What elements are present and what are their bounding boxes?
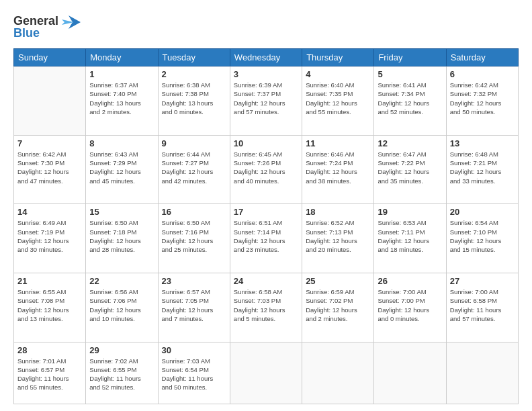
day-number: 23 <box>162 276 226 286</box>
weekday-friday: Friday <box>374 49 446 66</box>
calendar-cell: 27Sunrise: 7:00 AM Sunset: 6:58 PM Dayli… <box>446 273 518 342</box>
day-info: Sunrise: 6:42 AM Sunset: 7:30 PM Dayligh… <box>17 150 82 185</box>
day-info: Sunrise: 6:52 AM Sunset: 7:13 PM Dayligh… <box>306 218 370 254</box>
day-info: Sunrise: 6:43 AM Sunset: 7:29 PM Dayligh… <box>89 150 154 185</box>
day-info: Sunrise: 7:00 AM Sunset: 7:00 PM Dayligh… <box>378 287 442 323</box>
day-number: 29 <box>89 345 154 355</box>
weekday-header-row: SundayMondayTuesdayWednesdayThursdayFrid… <box>14 49 519 66</box>
day-info: Sunrise: 6:50 AM Sunset: 7:16 PM Dayligh… <box>162 218 226 254</box>
calendar-cell: 3Sunrise: 6:39 AM Sunset: 7:37 PM Daylig… <box>230 66 302 136</box>
day-number: 3 <box>234 69 298 79</box>
logo-text: General Blue <box>13 10 87 43</box>
day-info: Sunrise: 6:40 AM Sunset: 7:35 PM Dayligh… <box>306 81 370 116</box>
calendar-cell: 2Sunrise: 6:38 AM Sunset: 7:38 PM Daylig… <box>158 66 230 136</box>
day-number: 28 <box>17 345 82 355</box>
day-number: 2 <box>162 69 226 79</box>
day-info: Sunrise: 6:41 AM Sunset: 7:34 PM Dayligh… <box>378 81 442 116</box>
day-info: Sunrise: 6:48 AM Sunset: 7:21 PM Dayligh… <box>450 150 515 185</box>
calendar-cell: 25Sunrise: 6:59 AM Sunset: 7:02 PM Dayli… <box>302 273 374 342</box>
day-info: Sunrise: 6:59 AM Sunset: 7:02 PM Dayligh… <box>306 287 370 323</box>
page: General Blue SundayMondayTuesdayWednesda… <box>0 0 532 411</box>
day-number: 6 <box>450 69 515 79</box>
day-number: 15 <box>89 207 154 217</box>
weekday-saturday: Saturday <box>446 49 518 66</box>
day-number: 4 <box>306 69 370 79</box>
day-info: Sunrise: 7:02 AM Sunset: 6:55 PM Dayligh… <box>89 357 154 392</box>
day-number: 18 <box>306 207 370 217</box>
calendar-cell: 28Sunrise: 7:01 AM Sunset: 6:57 PM Dayli… <box>14 342 86 404</box>
calendar-cell: 26Sunrise: 7:00 AM Sunset: 7:00 PM Dayli… <box>374 273 446 342</box>
calendar-cell: 9Sunrise: 6:44 AM Sunset: 7:27 PM Daylig… <box>158 135 230 204</box>
day-info: Sunrise: 6:56 AM Sunset: 7:06 PM Dayligh… <box>89 287 154 323</box>
day-info: Sunrise: 7:01 AM Sunset: 6:57 PM Dayligh… <box>17 357 82 392</box>
day-number: 10 <box>234 138 298 148</box>
day-info: Sunrise: 6:37 AM Sunset: 7:40 PM Dayligh… <box>89 81 154 116</box>
calendar-cell: 22Sunrise: 6:56 AM Sunset: 7:06 PM Dayli… <box>86 273 158 342</box>
day-number: 13 <box>450 138 515 148</box>
calendar-cell: 5Sunrise: 6:41 AM Sunset: 7:34 PM Daylig… <box>374 66 446 136</box>
weekday-sunday: Sunday <box>14 49 86 66</box>
calendar-cell <box>14 66 86 136</box>
logo: General Blue <box>13 10 87 43</box>
calendar-cell: 24Sunrise: 6:58 AM Sunset: 7:03 PM Dayli… <box>230 273 302 342</box>
day-info: Sunrise: 6:39 AM Sunset: 7:37 PM Dayligh… <box>234 81 298 116</box>
calendar-cell: 17Sunrise: 6:51 AM Sunset: 7:14 PM Dayli… <box>230 204 302 273</box>
day-number: 5 <box>378 69 442 79</box>
week-row-4: 21Sunrise: 6:55 AM Sunset: 7:08 PM Dayli… <box>14 273 519 342</box>
header: General Blue <box>13 10 519 43</box>
day-info: Sunrise: 6:55 AM Sunset: 7:08 PM Dayligh… <box>17 287 82 323</box>
day-number: 9 <box>162 138 226 148</box>
day-info: Sunrise: 6:49 AM Sunset: 7:19 PM Dayligh… <box>17 218 82 254</box>
calendar-cell: 20Sunrise: 6:54 AM Sunset: 7:10 PM Dayli… <box>446 204 518 273</box>
calendar-cell: 11Sunrise: 6:46 AM Sunset: 7:24 PM Dayli… <box>302 135 374 204</box>
calendar-cell <box>374 342 446 404</box>
day-info: Sunrise: 6:38 AM Sunset: 7:38 PM Dayligh… <box>162 81 226 116</box>
calendar-cell: 8Sunrise: 6:43 AM Sunset: 7:29 PM Daylig… <box>86 135 158 204</box>
day-number: 11 <box>306 138 370 148</box>
week-row-2: 7Sunrise: 6:42 AM Sunset: 7:30 PM Daylig… <box>14 135 519 204</box>
weekday-wednesday: Wednesday <box>230 49 302 66</box>
day-number: 16 <box>162 207 226 217</box>
day-info: Sunrise: 6:54 AM Sunset: 7:10 PM Dayligh… <box>450 218 515 254</box>
calendar-cell: 16Sunrise: 6:50 AM Sunset: 7:16 PM Dayli… <box>158 204 230 273</box>
calendar-cell: 19Sunrise: 6:53 AM Sunset: 7:11 PM Dayli… <box>374 204 446 273</box>
weekday-monday: Monday <box>86 49 158 66</box>
day-number: 30 <box>162 345 226 355</box>
calendar-cell: 29Sunrise: 7:02 AM Sunset: 6:55 PM Dayli… <box>86 342 158 404</box>
calendar-cell: 4Sunrise: 6:40 AM Sunset: 7:35 PM Daylig… <box>302 66 374 136</box>
day-number: 26 <box>378 276 442 286</box>
weekday-tuesday: Tuesday <box>158 49 230 66</box>
day-info: Sunrise: 6:45 AM Sunset: 7:26 PM Dayligh… <box>234 150 298 185</box>
day-number: 27 <box>450 276 515 286</box>
day-info: Sunrise: 6:58 AM Sunset: 7:03 PM Dayligh… <box>234 287 298 323</box>
svg-text:General: General <box>13 14 58 28</box>
day-info: Sunrise: 6:51 AM Sunset: 7:14 PM Dayligh… <box>234 218 298 254</box>
calendar-cell: 21Sunrise: 6:55 AM Sunset: 7:08 PM Dayli… <box>14 273 86 342</box>
day-info: Sunrise: 6:46 AM Sunset: 7:24 PM Dayligh… <box>306 150 370 185</box>
day-number: 8 <box>89 138 154 148</box>
calendar-cell <box>446 342 518 404</box>
day-number: 12 <box>378 138 442 148</box>
day-info: Sunrise: 6:44 AM Sunset: 7:27 PM Dayligh… <box>162 150 226 185</box>
calendar-cell: 1Sunrise: 6:37 AM Sunset: 7:40 PM Daylig… <box>86 66 158 136</box>
calendar-cell <box>302 342 374 404</box>
calendar-cell: 30Sunrise: 7:03 AM Sunset: 6:54 PM Dayli… <box>158 342 230 404</box>
day-number: 22 <box>89 276 154 286</box>
calendar-cell <box>230 342 302 404</box>
calendar-table: SundayMondayTuesdayWednesdayThursdayFrid… <box>13 48 519 404</box>
calendar-cell: 6Sunrise: 6:42 AM Sunset: 7:32 PM Daylig… <box>446 66 518 136</box>
day-number: 21 <box>17 276 82 286</box>
day-number: 24 <box>234 276 298 286</box>
day-number: 7 <box>17 138 82 148</box>
day-info: Sunrise: 7:00 AM Sunset: 6:58 PM Dayligh… <box>450 287 515 323</box>
day-info: Sunrise: 7:03 AM Sunset: 6:54 PM Dayligh… <box>162 357 226 392</box>
calendar-cell: 18Sunrise: 6:52 AM Sunset: 7:13 PM Dayli… <box>302 204 374 273</box>
day-number: 17 <box>234 207 298 217</box>
calendar-cell: 14Sunrise: 6:49 AM Sunset: 7:19 PM Dayli… <box>14 204 86 273</box>
svg-text:Blue: Blue <box>13 26 40 40</box>
day-number: 20 <box>450 207 515 217</box>
calendar-cell: 15Sunrise: 6:50 AM Sunset: 7:18 PM Dayli… <box>86 204 158 273</box>
weekday-thursday: Thursday <box>302 49 374 66</box>
week-row-3: 14Sunrise: 6:49 AM Sunset: 7:19 PM Dayli… <box>14 204 519 273</box>
calendar-cell: 23Sunrise: 6:57 AM Sunset: 7:05 PM Dayli… <box>158 273 230 342</box>
